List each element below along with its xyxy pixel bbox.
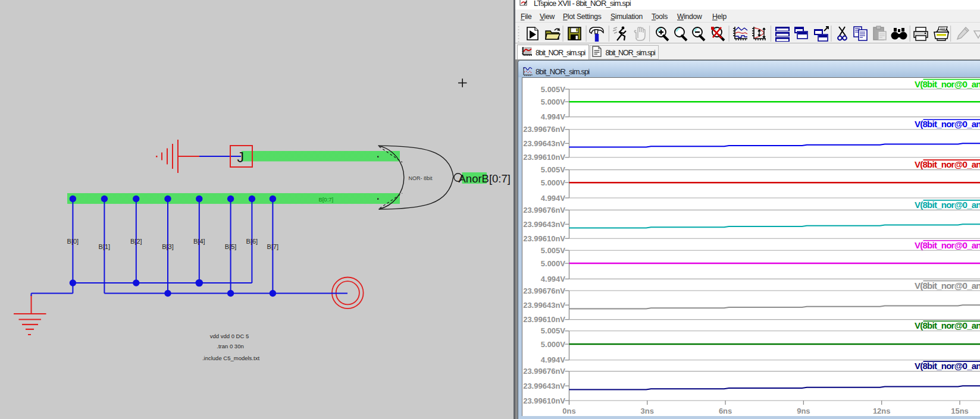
- svg-text:23.99643nV: 23.99643nV: [523, 139, 565, 148]
- svg-text:23.99676nV: 23.99676nV: [523, 125, 565, 134]
- svg-text:Simulation: Simulation: [610, 12, 643, 21]
- svg-text:9ns: 9ns: [797, 407, 810, 415]
- svg-text:5.000V: 5.000V: [541, 178, 566, 187]
- svg-text:23.99610nV: 23.99610nV: [523, 315, 565, 324]
- svg-text:B[3]: B[3]: [162, 243, 174, 250]
- svg-text:Tools: Tools: [652, 12, 668, 21]
- svg-text:8bit_NOR_sim.spi: 8bit_NOR_sim.spi: [536, 49, 585, 57]
- svg-text:5.005V: 5.005V: [541, 165, 566, 174]
- svg-text:B[0]: B[0]: [67, 238, 79, 245]
- svg-text:V(8bit_nor@0_and: V(8bit_nor@0_and: [915, 361, 980, 371]
- svg-text:View: View: [540, 12, 555, 21]
- svg-text:V(8bit_nor@0_and: V(8bit_nor@0_and: [915, 159, 980, 169]
- svg-text:B[7]: B[7]: [267, 243, 279, 250]
- svg-text:8bit_NOR_sim.spi: 8bit_NOR_sim.spi: [536, 67, 590, 76]
- svg-text:23.99676nV: 23.99676nV: [523, 286, 565, 295]
- svg-text:23.99610nV: 23.99610nV: [523, 234, 565, 243]
- svg-text:AnorB[0:7]: AnorB[0:7]: [459, 172, 511, 185]
- svg-text:4.994V: 4.994V: [541, 112, 566, 121]
- svg-text:23.99643nV: 23.99643nV: [523, 382, 565, 390]
- svg-text:23.99643nV: 23.99643nV: [523, 220, 565, 229]
- svg-text:4.994V: 4.994V: [541, 355, 566, 364]
- svg-text:4.994V: 4.994V: [541, 275, 566, 283]
- svg-text:6ns: 6ns: [719, 407, 732, 415]
- svg-text:B[4]: B[4]: [193, 238, 205, 245]
- svg-text:0ns: 0ns: [562, 407, 575, 415]
- svg-text:J: J: [237, 150, 245, 165]
- svg-text:B[6]: B[6]: [246, 238, 258, 245]
- svg-text:V(8bit_nor@0_and: V(8bit_nor@0_and: [915, 200, 980, 210]
- svg-text:5.000V: 5.000V: [541, 340, 566, 349]
- svg-text:LTspice XVII - 8bit_NOR_sim.sp: LTspice XVII - 8bit_NOR_sim.spi: [534, 0, 631, 8]
- svg-text:5.000V: 5.000V: [541, 97, 566, 106]
- svg-text:15ns: 15ns: [951, 407, 969, 415]
- svg-text:File: File: [521, 12, 532, 21]
- svg-text:23.99643nV: 23.99643nV: [523, 301, 565, 310]
- svg-text:8bit_NOR_sim.spi: 8bit_NOR_sim.spi: [606, 49, 655, 57]
- svg-text:3ns: 3ns: [641, 407, 654, 415]
- svg-text:Window: Window: [677, 12, 702, 21]
- svg-text:vdd vdd 0 DC 5: vdd vdd 0 DC 5: [210, 333, 249, 339]
- svg-text:23.99610nV: 23.99610nV: [523, 153, 565, 162]
- svg-text:V(8bit_nor@0_and: V(8bit_nor@0_and: [915, 320, 980, 330]
- svg-text:B[1]: B[1]: [99, 243, 111, 250]
- svg-text:4.994V: 4.994V: [541, 194, 566, 203]
- svg-text:12ns: 12ns: [873, 407, 891, 415]
- svg-text:NOR- 8bit: NOR- 8bit: [408, 175, 433, 181]
- svg-text:V(8bit_nor@0_and: V(8bit_nor@0_and: [915, 79, 980, 89]
- svg-text:Plot Settings: Plot Settings: [563, 12, 602, 21]
- svg-text:5.005V: 5.005V: [541, 85, 566, 94]
- svg-text:B[2]: B[2]: [130, 238, 142, 245]
- svg-text:23.99676nV: 23.99676nV: [523, 206, 565, 215]
- svg-text:V(8bit_nor@0_and: V(8bit_nor@0_and: [915, 281, 980, 291]
- svg-text:5.005V: 5.005V: [541, 326, 566, 335]
- svg-text:.include C5_models.txt: .include C5_models.txt: [202, 355, 259, 361]
- svg-text:V(8bit_nor@0_and: V(8bit_nor@0_and: [915, 119, 980, 129]
- svg-text:23.99676nV: 23.99676nV: [523, 367, 565, 376]
- svg-text:.tran 0 30n: .tran 0 30n: [217, 343, 243, 349]
- svg-text:B[0:7]: B[0:7]: [318, 196, 333, 203]
- svg-text:5.005V: 5.005V: [541, 246, 566, 255]
- svg-text:5.000V: 5.000V: [541, 259, 566, 268]
- svg-text:V(8bit_nor@0_and: V(8bit_nor@0_and: [915, 240, 980, 250]
- svg-text:Help: Help: [712, 12, 727, 21]
- svg-text:B[5]: B[5]: [225, 243, 237, 250]
- svg-text:23.99610nV: 23.99610nV: [523, 396, 565, 405]
